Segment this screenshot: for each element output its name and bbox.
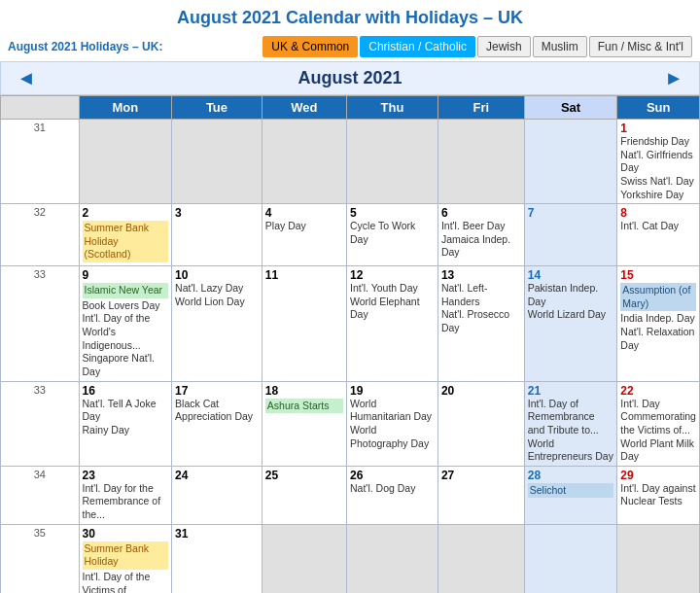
cell-aug9: 9 Islamic New Year Book Lovers Day Int'l… xyxy=(79,266,172,381)
cell-aug15: 15 Assumption (of Mary) India Indep. Day… xyxy=(617,266,700,381)
day-num-12: 12 xyxy=(350,268,435,282)
holiday-dog: Nat'l. Dog Day xyxy=(350,482,435,496)
table-row: 33 9 Islamic New Year Book Lovers Day In… xyxy=(1,266,700,381)
cell-aug29: 29 Int'l. Day against Nuclear Tests xyxy=(617,466,700,524)
holiday-summer-bank-england: Summer Bank Holiday xyxy=(83,541,169,570)
day-num-4: 4 xyxy=(265,206,343,220)
holiday-swiss: Swiss Nat'l. Day xyxy=(620,175,696,189)
header-thu: Thu xyxy=(347,96,438,120)
cell-aug6: 6 Int'l. Beer Day Jamaica Indep. Day xyxy=(438,204,524,266)
table-row: 34 23 Int'l. Day for the Remembrance of … xyxy=(1,466,700,524)
cell-sep2 xyxy=(347,524,438,593)
holiday-photography: World Photography Day xyxy=(350,424,435,450)
week-num-33: 33 xyxy=(1,266,80,381)
holiday-day-remembrance: Int'l. Day for the Remembrance of the... xyxy=(83,482,169,522)
cell-aug18: 18 Ashura Starts xyxy=(262,381,346,466)
holiday-cat: Int'l. Cat Day xyxy=(620,220,696,233)
cell-aug27: 27 xyxy=(438,466,524,524)
tab-christian-catholic[interactable]: Christian / Catholic xyxy=(360,36,475,57)
cell-jul28 xyxy=(262,120,346,204)
cell-aug26: 26 Nat'l. Dog Day xyxy=(347,466,438,524)
header-sat: Sat xyxy=(524,96,617,120)
holiday-world-lion: World Lion Day xyxy=(175,296,259,309)
day-num-24: 24 xyxy=(175,469,259,482)
holiday-cycle: Cycle To Work Day xyxy=(350,220,435,246)
cell-aug3: 3 xyxy=(172,204,262,266)
cell-jul31 xyxy=(524,120,617,204)
cell-aug31: 31 xyxy=(172,524,262,593)
holiday-youth: Int'l. Youth Day xyxy=(350,282,435,296)
day-num-17: 17 xyxy=(175,384,259,398)
table-row: 31 1 Friendship Day Nat'l. Girlfriends D… xyxy=(1,120,700,204)
day-num-25: 25 xyxy=(265,469,343,482)
week-num-31: 31 xyxy=(1,120,80,204)
cell-aug12: 12 Int'l. Youth Day World Elephant Day xyxy=(347,266,438,381)
cell-jul26 xyxy=(79,120,172,204)
next-month-arrow[interactable]: ► xyxy=(648,67,699,89)
cell-sep5 xyxy=(617,524,700,593)
day-num-3: 3 xyxy=(175,206,259,220)
holiday-islamic-new-year: Islamic New Year xyxy=(83,283,169,298)
week-num-35: 34 xyxy=(1,466,80,524)
prev-month-arrow[interactable]: ◄ xyxy=(1,67,52,89)
header-sun: Sun xyxy=(617,96,700,120)
holiday-prosecco: Nat'l. Prosecco Day xyxy=(441,308,521,334)
header-wed: Wed xyxy=(262,96,346,120)
holiday-elephant: World Elephant Day xyxy=(350,296,435,322)
cell-aug24: 24 xyxy=(172,466,262,524)
nav-bar: ◄ August 2021 ► xyxy=(0,61,700,95)
holiday-rainy: Rainy Day xyxy=(83,424,169,437)
tab-fun-misc[interactable]: Fun / Misc & Int'l xyxy=(589,36,692,57)
day-num-14: 14 xyxy=(528,268,614,282)
tab-uk-common[interactable]: UK & Common xyxy=(262,36,358,57)
day-num-5: 5 xyxy=(350,206,435,220)
day-num-15: 15 xyxy=(620,268,696,282)
day-num-16: 16 xyxy=(83,384,169,398)
header-mon: Mon xyxy=(79,96,172,120)
holiday-singapore: Singapore Nat'l. Day xyxy=(83,352,169,378)
holiday-pakistan: Pakistan Indep. Day xyxy=(528,282,614,308)
day-num-27: 27 xyxy=(441,469,521,482)
cell-aug5: 5 Cycle To Work Day xyxy=(347,204,438,266)
holiday-left-handers: Nat'l. Left-Handers xyxy=(441,282,521,308)
cell-sep3 xyxy=(438,524,524,593)
cell-aug21: 21 Int'l. Day of Remembrance and Tribute… xyxy=(524,381,617,466)
holiday-black-cat: Black Cat Appreciation Day xyxy=(175,398,259,424)
day-num-6: 6 xyxy=(441,206,521,220)
holiday-entrepreneurs: World Entrepreneurs Day xyxy=(528,437,614,464)
tab-buttons: UK & Common Christian / Catholic Jewish … xyxy=(262,36,692,57)
page-title: August 2021 Calendar with Holidays – UK xyxy=(0,0,700,32)
tab-jewish[interactable]: Jewish xyxy=(477,36,531,57)
cell-aug30: 30 Summer Bank Holiday Int'l. Day of the… xyxy=(79,524,172,593)
cell-aug17: 17 Black Cat Appreciation Day xyxy=(172,381,262,466)
day-num-26: 26 xyxy=(350,469,435,482)
day-num-18: 18 xyxy=(265,384,343,398)
header-fri: Fri xyxy=(438,96,524,120)
tab-muslim[interactable]: Muslim xyxy=(533,36,587,57)
holiday-tell-joke: Nat'l. Tell A Joke Day xyxy=(83,398,169,424)
cell-aug23: 23 Int'l. Day for the Remembrance of the… xyxy=(79,466,172,524)
top-bar-label: August 2021 Holidays – UK: xyxy=(8,40,162,53)
day-num-13: 13 xyxy=(441,268,521,282)
week-num-34: 33 xyxy=(1,381,80,466)
day-num-10: 10 xyxy=(175,268,259,282)
holiday-humanitarian: World Humanitarian Day xyxy=(350,398,435,424)
day-num-28: 28 xyxy=(528,469,614,482)
day-num-11: 11 xyxy=(265,268,343,282)
cell-aug1: 1 Friendship Day Nat'l. Girlfriends Day … xyxy=(617,120,700,204)
holiday-book-lovers: Book Lovers Day xyxy=(83,299,169,313)
cell-jul27 xyxy=(172,120,262,204)
holiday-jamaica: Jamaica Indep. Day xyxy=(441,233,521,260)
cell-aug13: 13 Nat'l. Left-Handers Nat'l. Prosecco D… xyxy=(438,266,524,381)
week-num-32: 32 xyxy=(1,204,80,266)
day-num-29: 29 xyxy=(620,469,696,482)
holiday-lizard: World Lizard Day xyxy=(528,308,614,322)
cell-jul30 xyxy=(438,120,524,204)
holiday-friendship: Friendship Day xyxy=(620,135,696,149)
holiday-nuclear: Int'l. Day against Nuclear Tests xyxy=(620,482,696,508)
day-num-23: 23 xyxy=(83,469,169,482)
cell-aug19: 19 World Humanitarian Day World Photogra… xyxy=(347,381,438,466)
holiday-lazy: Nat'l. Lazy Day xyxy=(175,282,259,296)
day-num-7: 7 xyxy=(528,206,614,220)
cell-aug11: 11 xyxy=(262,266,346,381)
